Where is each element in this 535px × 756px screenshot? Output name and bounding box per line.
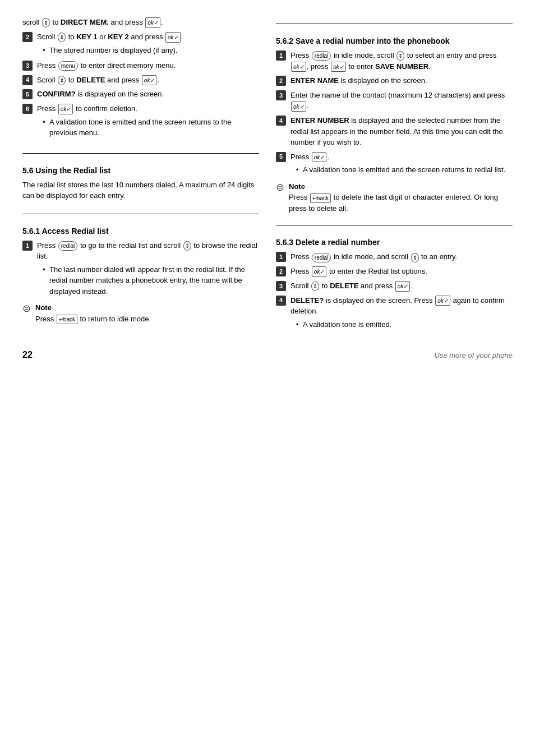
back-icon: ↩back bbox=[310, 193, 331, 203]
step-item: 1 Press redial to go to the redial list … bbox=[22, 240, 259, 298]
step-number: 2 bbox=[276, 76, 286, 86]
bullet-item: A validation tone is emitted and the scr… bbox=[43, 117, 259, 139]
step-text: Press redial in idle mode, and scroll ⇕ … bbox=[290, 251, 513, 262]
ok-icon bbox=[58, 104, 73, 114]
step-number: 5 bbox=[22, 89, 33, 99]
step-text: Press to confirm deletion. A validation … bbox=[37, 103, 259, 140]
menu-icon: menu bbox=[58, 61, 78, 71]
step-number: 4 bbox=[276, 296, 286, 306]
step-text: DELETE? is displayed on the screen. Pres… bbox=[290, 295, 513, 331]
step-number: 1 bbox=[22, 241, 33, 251]
step-text: Press redial in idle mode, scroll ⇕ to s… bbox=[290, 50, 513, 72]
step-item: scroll ⇕ to DIRECT MEM. and press . bbox=[22, 17, 259, 28]
step-item: 5 Press . A validation tone is emitted a… bbox=[276, 151, 513, 177]
note-content: Note Press ↩back to delete the last digi… bbox=[289, 181, 513, 214]
bullet-item: The stored number is displayed (if any). bbox=[43, 45, 259, 56]
steps-list: 1 Press redial in idle mode, scroll ⇕ to… bbox=[276, 50, 513, 177]
step-item: 1 Press redial in idle mode, scroll ⇕ to… bbox=[276, 50, 513, 72]
ok-icon bbox=[142, 75, 157, 86]
scroll-icon: ⇕ bbox=[396, 51, 404, 61]
section-title: 5.6.2 Save a redial number into the phon… bbox=[276, 36, 513, 45]
divider bbox=[22, 214, 259, 214]
step-item: 6 Press to confirm deletion. A validatio… bbox=[22, 103, 259, 140]
step-text: ENTER NAME is displayed on the screen. bbox=[290, 75, 513, 86]
note-icon: ⊜ bbox=[22, 302, 31, 315]
scroll-icon: ⇕ bbox=[183, 241, 191, 251]
step-text: Enter the name of the contact (maximum 1… bbox=[290, 90, 513, 112]
ok-icon bbox=[435, 296, 450, 306]
redial-icon: redial bbox=[312, 51, 331, 61]
page-tagline: Use more of your phone bbox=[435, 351, 513, 359]
ok-icon bbox=[331, 62, 346, 72]
section-56: 5.6 Using the Redial list The redial lis… bbox=[22, 166, 259, 207]
step-number: 1 bbox=[276, 252, 286, 262]
ok-icon bbox=[165, 32, 181, 43]
step-item: 2 ENTER NAME is displayed on the screen. bbox=[276, 75, 513, 86]
step-item: 4 ENTER NUMBER is displayed and the sele… bbox=[276, 115, 513, 148]
step-number: 2 bbox=[276, 266, 286, 276]
section-intro: The redial list stores the last 10 numbe… bbox=[22, 179, 259, 201]
step-item: 3 Enter the name of the contact (maximum… bbox=[276, 90, 513, 112]
redial-icon: redial bbox=[312, 253, 331, 262]
scroll-icon: ⇕ bbox=[311, 282, 319, 291]
note-title: Note bbox=[289, 182, 305, 191]
step-item: 3 Press menu to enter direct memory menu… bbox=[22, 60, 259, 71]
ok-icon bbox=[395, 281, 411, 292]
ok-icon bbox=[312, 152, 327, 163]
page-number: 22 bbox=[22, 350, 33, 360]
bullet-item: The last number dialed will appear first… bbox=[43, 264, 259, 297]
bullet-item: A validation tone is emitted. bbox=[296, 319, 513, 330]
bullet-list: A validation tone is emitted and the scr… bbox=[37, 117, 259, 139]
step-number: 4 bbox=[22, 75, 33, 85]
step-item: 4 DELETE? is displayed on the screen. Pr… bbox=[276, 295, 513, 331]
step-number: 5 bbox=[276, 152, 286, 162]
step-text: CONFIRM? is displayed on the screen. bbox=[37, 89, 259, 100]
ok-icon bbox=[291, 62, 306, 72]
redial-icon: redial bbox=[58, 241, 77, 251]
page-footer: 22 Use more of your phone bbox=[22, 345, 513, 360]
step-item: 2 Press to enter the Redial list options… bbox=[276, 266, 513, 277]
section-title: 5.6.1 Access Redial list bbox=[22, 227, 259, 236]
ok-icon bbox=[291, 102, 306, 112]
bullet-list: A validation tone is emitted and the scr… bbox=[290, 164, 513, 176]
divider bbox=[276, 225, 513, 225]
top-continuation: scroll ⇕ to DIRECT MEM. and press . 2 Sc… bbox=[22, 17, 259, 143]
ok-icon bbox=[145, 17, 160, 28]
step-text: ENTER NUMBER is displayed and the select… bbox=[290, 115, 513, 148]
note-content: Note Press ↩back to return to idle mode. bbox=[35, 302, 151, 324]
left-column: scroll ⇕ to DIRECT MEM. and press . 2 Sc… bbox=[22, 17, 259, 334]
section-563: 5.6.3 Delete a redial number 1 Press red… bbox=[276, 238, 513, 334]
step-text: scroll ⇕ to DIRECT MEM. and press . bbox=[22, 17, 259, 28]
step-text: Press to enter the Redial list options. bbox=[290, 266, 513, 277]
step-text: Scroll ⇕ to DELETE and press . bbox=[290, 280, 513, 292]
step-number: 1 bbox=[276, 50, 286, 61]
ok-icon bbox=[312, 266, 327, 277]
step-text: Press redial to go to the redial list an… bbox=[37, 240, 259, 298]
step-number: 3 bbox=[276, 281, 286, 291]
step-item: 3 Scroll ⇕ to DELETE and press . bbox=[276, 280, 513, 292]
step-item: 4 Scroll ⇕ to DELETE and press . bbox=[22, 75, 259, 86]
note-title: Note bbox=[35, 303, 52, 312]
divider bbox=[22, 153, 259, 154]
note-box: ⊜ Note Press ↩back to delete the last di… bbox=[276, 181, 513, 214]
scroll-icon: ⇕ bbox=[42, 18, 50, 27]
steps-list: 1 Press redial to go to the redial list … bbox=[22, 240, 259, 298]
step-item: 5 CONFIRM? is displayed on the screen. bbox=[22, 89, 259, 100]
step-item: 2 Scroll ⇕ to KEY 1 or KEY 2 and press .… bbox=[22, 31, 259, 57]
note-box: ⊜ Note Press ↩back to return to idle mod… bbox=[22, 302, 259, 324]
section-562: 5.6.2 Save a redial number into the phon… bbox=[276, 36, 513, 218]
divider bbox=[276, 24, 513, 24]
section-title: 5.6 Using the Redial list bbox=[22, 166, 259, 175]
step-number: 6 bbox=[22, 104, 33, 114]
note-icon: ⊜ bbox=[276, 181, 284, 193]
scroll-icon: ⇕ bbox=[58, 76, 66, 85]
steps-list: 1 Press redial in idle mode, and scroll … bbox=[276, 251, 513, 331]
section-title: 5.6.3 Delete a redial number bbox=[276, 238, 513, 247]
step-number: 3 bbox=[22, 61, 33, 71]
scroll-icon: ⇕ bbox=[411, 253, 419, 262]
right-column: 5.6.2 Save a redial number into the phon… bbox=[276, 17, 513, 334]
step-text: Press . A validation tone is emitted and… bbox=[290, 151, 513, 177]
step-text: Scroll ⇕ to KEY 1 or KEY 2 and press . T… bbox=[37, 31, 259, 57]
step-number: 2 bbox=[22, 32, 33, 42]
step-number: 4 bbox=[276, 116, 286, 126]
